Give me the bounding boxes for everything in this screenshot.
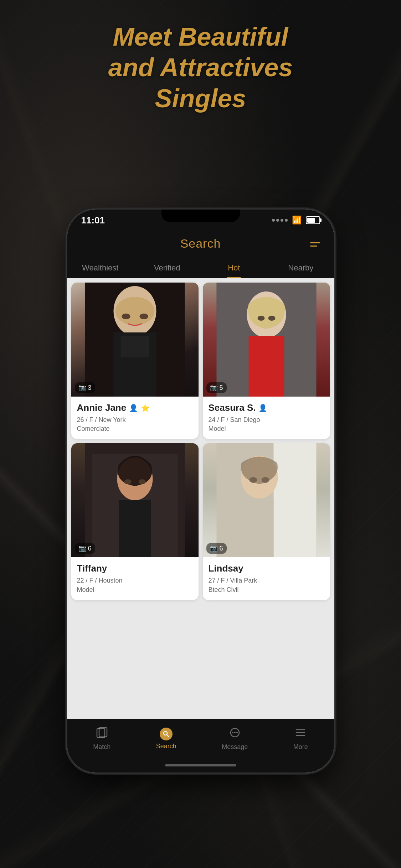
nav-match[interactable]: Match (93, 727, 110, 751)
seasura-verified-icon: 👤 (258, 404, 267, 412)
seasura-name: Seasura S. (209, 402, 256, 413)
tiffany-name-row: Tiffany (77, 563, 193, 574)
match-icon (96, 727, 108, 741)
phone-screen: 11:01 📶 Search (67, 210, 334, 773)
svg-rect-22 (245, 498, 273, 557)
signal-dots (272, 219, 288, 222)
app-header: Search (67, 231, 334, 258)
annie-details: 26 / F / New York Comerciate (77, 415, 193, 433)
seasura-svg (203, 283, 330, 397)
seasura-occupation: Model (209, 424, 324, 433)
tiffany-svg (71, 443, 199, 557)
seasura-info: Seasura S. 👤 24 / F / San Diego Model (203, 397, 330, 439)
lindsay-svg (203, 443, 330, 557)
battery-fill (307, 218, 315, 223)
annie-svg (71, 283, 199, 397)
profile-image-annie: 📷 3 (71, 283, 199, 397)
match-label: Match (93, 743, 110, 751)
home-indicator (67, 758, 334, 773)
lindsay-info: Lindsay 27 / F / Villa Park Btech Civil (203, 557, 330, 600)
profiles-grid: 📷 3 Annie Jane 👤 ⭐ 26 / F / New York Com (71, 283, 330, 600)
status-time: 11:01 (81, 215, 105, 226)
annie-name-row: Annie Jane 👤 ⭐ (77, 402, 193, 413)
svg-point-4 (122, 314, 130, 319)
search-icon (160, 728, 173, 740)
nav-search[interactable]: Search (156, 728, 176, 750)
svg-point-18 (138, 479, 145, 484)
tiffany-details: 22 / F / Houston Model (77, 576, 193, 594)
svg-rect-25 (97, 728, 105, 738)
message-icon (229, 727, 241, 741)
annie-photo-count: 📷 3 (75, 382, 95, 393)
annie-verified-icon: 👤 (129, 404, 138, 412)
profile-card-seasura[interactable]: 📷 5 Seasura S. 👤 24 / F / San Diego Mode… (203, 283, 330, 439)
signal-dot-4 (285, 219, 288, 222)
tiffany-age-gender-location: 22 / F / Houston (77, 576, 193, 585)
lindsay-details: 27 / F / Villa Park Btech Civil (209, 576, 324, 594)
hero-title-line2: and Attractives Singles (100, 52, 301, 114)
svg-point-11 (257, 316, 264, 321)
lindsay-photo (203, 443, 330, 557)
annie-age-gender-location: 26 / F / New York (77, 415, 193, 424)
tiffany-photo-count: 📷 6 (75, 543, 95, 554)
svg-point-17 (124, 479, 131, 484)
lindsay-occupation: Btech Civil (209, 585, 324, 594)
profile-card-tiffany[interactable]: 📷 6 Tiffany 22 / F / Houston Model (71, 443, 199, 600)
hero-section: Meet Beautiful and Attractives Singles (100, 21, 301, 114)
svg-rect-20 (273, 443, 316, 557)
phone-frame: 11:01 📶 Search (67, 210, 334, 773)
lindsay-photo-count: 📷 6 (206, 543, 227, 554)
tiffany-occupation: Model (77, 585, 193, 594)
svg-point-30 (232, 732, 233, 733)
seasura-age-gender-location: 24 / F / San Diego (209, 415, 324, 424)
nav-more[interactable]: More (293, 727, 308, 751)
filter-button[interactable] (310, 242, 320, 247)
tiffany-info: Tiffany 22 / F / Houston Model (71, 557, 199, 600)
bottom-navigation: Match Search (67, 719, 334, 758)
tiffany-photo (71, 443, 199, 557)
svg-line-28 (167, 735, 169, 737)
tab-wealthiest[interactable]: Wealthiest (67, 258, 134, 278)
seasura-photo-count: 📷 5 (206, 382, 227, 393)
camera-icon-2: 📷 (210, 384, 218, 392)
annie-occupation: Comerciate (77, 424, 193, 433)
annie-info: Annie Jane 👤 ⭐ 26 / F / New York Comerci… (71, 397, 199, 439)
svg-point-32 (236, 732, 238, 733)
signal-dot-1 (272, 219, 275, 222)
signal-dot-2 (276, 219, 279, 222)
search-icon-circle (160, 728, 173, 740)
message-label: Message (222, 743, 248, 751)
signal-dot-3 (281, 219, 283, 222)
battery-icon (306, 216, 320, 224)
svg-rect-6 (120, 336, 149, 357)
lindsay-name: Lindsay (209, 563, 243, 574)
svg-point-24 (261, 477, 269, 483)
header-title: Search (180, 237, 221, 250)
svg-point-12 (268, 316, 275, 321)
status-icons: 📶 (272, 216, 320, 225)
lindsay-age-gender-location: 27 / F / Villa Park (209, 576, 324, 585)
camera-icon-4: 📷 (210, 544, 218, 552)
profile-card-lindsay[interactable]: 📷 6 Lindsay 27 / F / Villa Park Btech Ci… (203, 443, 330, 600)
phone-notch (161, 210, 240, 222)
tab-verified[interactable]: Verified (134, 258, 201, 278)
profiles-content: 📷 3 Annie Jane 👤 ⭐ 26 / F / New York Com (67, 278, 334, 719)
annie-photo (71, 283, 199, 397)
seasura-photo (203, 283, 330, 397)
profile-card-annie[interactable]: 📷 3 Annie Jane 👤 ⭐ 26 / F / New York Com (71, 283, 199, 439)
profile-image-lindsay: 📷 6 (203, 443, 330, 557)
tab-nearby[interactable]: Nearby (267, 258, 334, 278)
category-tabs: Wealthiest Verified Hot Nearby (67, 258, 334, 278)
tab-hot[interactable]: Hot (201, 258, 268, 278)
annie-name: Annie Jane (77, 402, 127, 413)
nav-message[interactable]: Message (222, 727, 248, 751)
hero-title-line1: Meet Beautiful (100, 21, 301, 52)
svg-rect-16 (119, 500, 151, 557)
svg-rect-26 (99, 728, 107, 737)
more-label: More (293, 743, 308, 751)
more-icon (295, 727, 306, 741)
filter-line-1 (310, 242, 320, 243)
lindsay-name-row: Lindsay (209, 563, 324, 574)
filter-line-2 (310, 246, 317, 247)
filter-lines-icon (310, 242, 320, 247)
